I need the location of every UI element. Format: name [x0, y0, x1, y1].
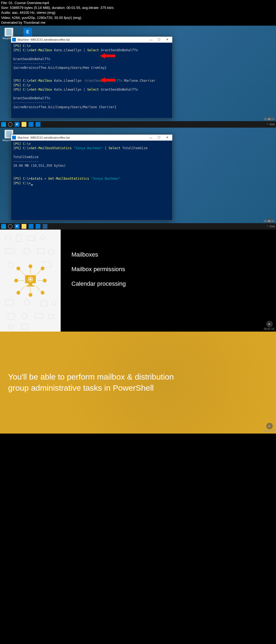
close-button[interactable]: ✕ [163, 135, 171, 140]
edge-icon[interactable] [15, 122, 19, 127]
svg-point-13 [24, 300, 30, 305]
file-explorer-icon[interactable] [22, 122, 26, 127]
lang-indicator[interactable]: ENG [270, 225, 275, 228]
size-line: Size: 5386579 bytes (5.14 MiB), duration… [1, 5, 275, 10]
audio-line: Audio: aac, 44100 Hz, stereo (eng) [1, 10, 275, 15]
svg-rect-39 [29, 283, 32, 285]
screenshot-3: Mailboxes Mailbox permissions Calendar p… [0, 230, 276, 332]
window-icon [12, 136, 16, 139]
outlook-icon[interactable] [29, 122, 33, 127]
svg-marker-0 [100, 53, 115, 59]
svg-rect-16 [8, 313, 15, 319]
minimize-button[interactable]: — [147, 37, 155, 42]
timestamp-2: 00:00:46 [264, 220, 274, 223]
minimize-button[interactable]: — [147, 135, 155, 140]
svg-rect-6 [5, 248, 15, 253]
start-button[interactable] [1, 122, 6, 127]
bullet-mailboxes: Mailboxes [71, 251, 265, 258]
taskbar[interactable]: ^ ENG [0, 121, 276, 128]
svg-rect-4 [27, 236, 35, 240]
file-info-header: File: 01. Course Overview.mp4 Size: 5386… [0, 0, 276, 26]
svg-rect-8 [38, 248, 44, 254]
taskbar[interactable]: ^ ENG [0, 223, 276, 230]
svg-rect-9 [49, 250, 54, 254]
svg-rect-21 [22, 324, 28, 329]
slide-content: Mailboxes Mailbox permissions Calendar p… [61, 230, 276, 332]
svg-rect-40 [26, 285, 34, 287]
svg-rect-18 [35, 313, 43, 318]
svg-point-15 [52, 300, 56, 305]
svg-point-5 [41, 236, 45, 240]
svg-rect-19 [49, 315, 54, 319]
slide-graphic-panel [0, 230, 61, 332]
edge-icon[interactable] [15, 224, 19, 229]
powershell-window-2[interactable]: Machine: WBCEX2.wiredbraincoffee.biz — ☐… [11, 134, 172, 220]
red-arrow-1 [100, 53, 116, 59]
maximize-button[interactable]: ☐ [155, 135, 163, 140]
bullet-calendar: Calendar processing [71, 280, 265, 287]
svg-rect-12 [5, 300, 13, 305]
timestamp-4: 00:01:32 [264, 430, 274, 432]
terminal-output[interactable]: [PS] C:\> [PS] C:\>Get-MailboxStatistics… [11, 141, 172, 220]
timestamp-1: 00:00:24 [264, 118, 274, 121]
timestamp-3: 00:01:10 [264, 328, 274, 330]
systray-caret[interactable]: ^ [267, 123, 268, 126]
terminal-output[interactable]: [PS] C:\> [PS] C:\>Get-Mailbox Kate.Llew… [11, 43, 172, 118]
file-line: File: 01. Course Overview.mp4 [1, 1, 275, 5]
window-title: Machine: WBCEX2.wiredbraincoffee.biz [18, 136, 147, 139]
svg-rect-3 [16, 235, 22, 242]
bullet-permissions: Mailbox permissions [71, 266, 265, 273]
powershell-window-1[interactable]: Machine: WBCEX2.wiredbraincoffee.biz — ☐… [11, 36, 172, 118]
video-line: Video: h264, yuv420p, 1280x720, 30.00 fp… [1, 15, 275, 20]
file-explorer-icon[interactable] [22, 224, 26, 229]
screenshot-1: Recycle Bin Exchange Machine: WBCEX2.wir… [0, 26, 276, 128]
outlook-icon[interactable] [29, 224, 33, 229]
screenshot-2: Recycle Bin Machine: WBCEX2.wiredbrainco… [0, 128, 276, 230]
generated-line: Generated by Thumbnail me [1, 20, 275, 25]
svg-marker-1 [100, 77, 115, 83]
systray-caret[interactable]: ^ [267, 225, 268, 228]
window-title: Machine: WBCEX2.wiredbraincoffee.biz [18, 38, 147, 41]
close-button[interactable]: ✕ [163, 37, 171, 42]
svg-point-7 [24, 248, 30, 254]
cortana-icon[interactable] [8, 122, 12, 127]
slide-headline: You'll be able to perform mailbox & dist… [8, 372, 175, 393]
svg-point-17 [22, 313, 27, 319]
screenshot-4: You'll be able to perform mailbox & dist… [0, 332, 276, 434]
start-button[interactable] [1, 224, 6, 229]
maximize-button[interactable]: ☐ [155, 37, 163, 42]
titlebar[interactable]: Machine: WBCEX2.wiredbraincoffee.biz — ☐… [11, 135, 172, 141]
play-icon [266, 423, 273, 429]
svg-point-2 [5, 235, 11, 240]
network-graphic-icon [13, 263, 48, 298]
exchange-taskbar-icon[interactable] [36, 224, 40, 229]
play-icon [266, 321, 273, 327]
cursor [31, 185, 33, 185]
lang-indicator[interactable]: ENG [270, 123, 275, 126]
red-arrow-2 [100, 77, 116, 83]
window-icon [12, 38, 16, 42]
svg-point-20 [9, 325, 13, 329]
exchange-taskbar-icon[interactable] [36, 122, 40, 127]
cortana-icon[interactable] [8, 224, 12, 229]
svg-rect-14 [40, 301, 47, 306]
powershell-taskbar-icon[interactable] [43, 224, 47, 229]
titlebar[interactable]: Machine: WBCEX2.wiredbraincoffee.biz — ☐… [11, 37, 172, 43]
